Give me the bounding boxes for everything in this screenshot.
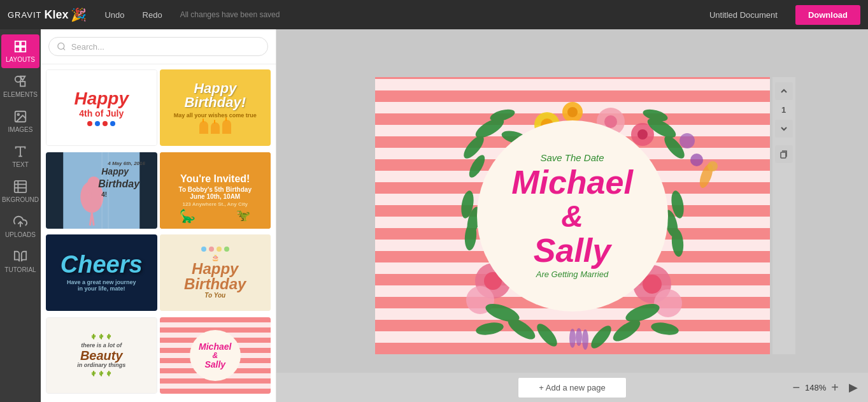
sidebar-item-elements[interactable]: ELEMENTS [1, 69, 39, 103]
svg-rect-2 [15, 47, 20, 52]
scroll-up-button[interactable] [775, 82, 793, 100]
sidebar-item-background[interactable]: BKGROUND [1, 175, 39, 208]
sidebar-background-label: BKGROUND [2, 196, 39, 203]
svg-rect-29 [781, 152, 786, 158]
ampersand-text: & [561, 199, 583, 234]
page-number: 1 [781, 105, 786, 115]
template-july[interactable]: Happy 4th of July [46, 69, 157, 146]
template-birthday-pastel[interactable]: 🎂 HappyBirthday To You [160, 234, 271, 311]
svg-text:Birthday: Birthday [98, 178, 140, 189]
download-button[interactable]: Download [795, 5, 860, 25]
topbar: GRAVIT Klex 🎉 Undo Redo All changes have… [0, 0, 868, 29]
svg-point-16 [58, 43, 64, 49]
logo-gravit: GRAVIT [8, 10, 41, 20]
svg-rect-0 [15, 41, 20, 46]
template-michael-sally[interactable]: Michael & Sally [160, 317, 271, 394]
sidebar-uploads-label: UPLOADS [5, 231, 36, 238]
right-panel: 1 [772, 77, 795, 354]
undo-button[interactable]: Undo [99, 8, 129, 22]
svg-rect-1 [21, 41, 25, 46]
search-wrap [48, 37, 268, 56]
logo-klex: Klex [44, 8, 68, 22]
svg-rect-11 [15, 181, 26, 192]
name1-text: Michael [511, 166, 633, 199]
svg-text:4 May 6th, 2016: 4 May 6th, 2016 [107, 161, 145, 166]
copy-button[interactable] [775, 145, 793, 163]
search-icon [57, 41, 66, 52]
template-dino[interactable]: You're Invited! To Bobby's 5th Birthday … [160, 152, 271, 229]
sidebar-item-layouts[interactable]: LAYOUTS [1, 34, 39, 68]
sidebar-layouts-label: LAYOUTS [6, 56, 35, 63]
template-birthday-yellow[interactable]: HappyBirthday! May all your wishes come … [160, 69, 271, 146]
sidebar-text-label: TEXT [12, 161, 29, 168]
search-bar [41, 29, 276, 64]
main-canvas[interactable]: Save The Date Michael & Sally Are Gettin… [375, 77, 770, 354]
svg-rect-5 [20, 82, 25, 86]
thumbnails-grid: Happy 4th of July HappyBirthday! May all… [41, 64, 276, 402]
name2-text: Sally [534, 234, 611, 267]
svg-line-17 [63, 48, 65, 50]
sidebar-images-label: IMAGES [8, 126, 33, 133]
svg-text:Happy: Happy [101, 166, 129, 176]
zoom-in-button[interactable]: + [831, 380, 839, 395]
layouts-panel: Happy 4th of July HappyBirthday! May all… [41, 29, 276, 402]
logo-icon: 🎉 [71, 7, 87, 22]
svg-text:4!: 4! [101, 191, 107, 198]
zoom-out-button[interactable]: − [792, 380, 800, 395]
play-button[interactable]: ▶ [849, 380, 858, 394]
scroll-down-button[interactable] [775, 120, 793, 138]
template-cactus[interactable]: 🌵 🌵 🌵 there is a lot of Beauty in ordina… [46, 317, 157, 394]
svg-rect-3 [21, 47, 25, 52]
sidebar-item-tutorial[interactable]: TUTORIAL [1, 245, 39, 278]
svg-point-8 [17, 113, 19, 115]
canvas-circle: Save The Date Michael & Sally Are Gettin… [477, 120, 668, 312]
logo: GRAVIT Klex 🎉 [8, 7, 87, 22]
sidebar-item-images[interactable]: IMAGES [1, 104, 39, 138]
canvas-area: 1 [276, 29, 868, 402]
autosave-status: All changes have been saved [180, 10, 702, 19]
add-page-button[interactable]: + Add a new page [518, 377, 626, 398]
document-title: Untitled Document [709, 10, 778, 20]
template-flamingo[interactable]: 4 May 6th, 2016 Happy Birthday 4! [46, 152, 157, 229]
sidebar-item-uploads[interactable]: UPLOADS [1, 210, 39, 243]
template-cheers[interactable]: Cheers Have a great new journey in your … [46, 234, 157, 311]
main-layout: LAYOUTS ELEMENTS IMAGES TEXT [0, 29, 868, 402]
sidebar: LAYOUTS ELEMENTS IMAGES TEXT [0, 29, 41, 402]
svg-rect-23 [101, 152, 103, 229]
sidebar-elements-label: ELEMENTS [3, 91, 38, 98]
search-input[interactable] [71, 42, 260, 52]
canvas-container: 1 [375, 77, 770, 354]
getting-married-text: Are Getting Married [536, 269, 608, 279]
zoom-level: 148% [805, 383, 826, 392]
sidebar-tutorial-label: TUTORIAL [4, 266, 36, 273]
bottom-bar: + Add a new page − 148% + ▶ [276, 373, 868, 402]
sidebar-item-text[interactable]: TEXT [1, 140, 39, 173]
save-date-text: Save The Date [540, 152, 604, 163]
redo-button[interactable]: Redo [138, 8, 167, 22]
